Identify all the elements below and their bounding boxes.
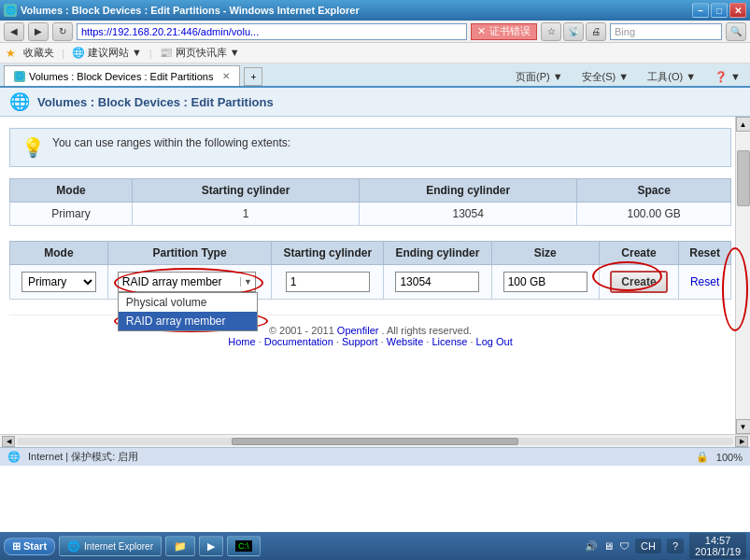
start-button[interactable]: ⊞ Start: [4, 538, 55, 555]
favorites-label[interactable]: 收藏夹: [23, 46, 54, 60]
form-col-start-cyl: Starting cylinder: [272, 242, 384, 265]
web-accelerator-button[interactable]: 📰 网页快讯库 ▼: [160, 46, 240, 60]
col-mode: Mode: [10, 179, 133, 203]
tools-menu[interactable]: 工具(O) ▼: [642, 68, 701, 86]
date-display: 2018/1/19: [695, 546, 741, 557]
divider: |: [62, 48, 64, 59]
hscroll-left-btn[interactable]: ◀: [2, 436, 15, 447]
active-tab[interactable]: 🌐 Volumes : Block Devices : Edit Partiti…: [4, 65, 240, 86]
scrollbar[interactable]: ▲ ▼: [735, 117, 750, 434]
form-size-cell: [491, 265, 599, 300]
option-physical-volume[interactable]: Physical volume: [119, 293, 257, 312]
hscroll-thumb[interactable]: [232, 438, 518, 445]
form-col-partition-type: Partition Type: [107, 242, 271, 265]
status-text: Internet | 保护模式: 启用: [28, 450, 138, 464]
col-end-cyl: Ending cylinder: [360, 179, 577, 203]
size-input[interactable]: [503, 272, 587, 292]
network-icon: 🖥: [603, 540, 614, 552]
page-menu[interactable]: 页面(P) ▼: [510, 68, 569, 86]
status-bar: 🌐 Internet | 保护模式: 启用 🔒 100%: [0, 447, 750, 466]
zoom-level: 🔒: [696, 451, 709, 463]
minimize-button[interactable]: –: [692, 3, 709, 18]
explorer-icon: 📁: [174, 540, 187, 553]
reset-link[interactable]: Reset: [690, 275, 719, 288]
col-start-cyl: Starting cylinder: [132, 179, 359, 203]
taskbar-ie[interactable]: 🌐 Internet Explorer: [59, 536, 162, 556]
form-table: Mode Partition Type Starting cylinder En…: [9, 241, 731, 300]
taskbar-right: 🔊 🖥 🛡 CH ? 14:57 2018/1/19: [585, 533, 746, 559]
page-title: Volumes : Block Devices : Edit Partition…: [37, 95, 274, 109]
antivirus-icon: 🛡: [619, 540, 630, 552]
form-start-cyl-cell: [272, 265, 384, 300]
language-indicator[interactable]: CH: [635, 539, 661, 553]
clock: 14:57 2018/1/19: [689, 533, 746, 559]
cell-end-cyl: 13054: [360, 203, 577, 226]
cell-start-cyl: 1: [132, 203, 359, 226]
help-menu[interactable]: ❓ ▼: [709, 69, 746, 85]
horizontal-scrollbar[interactable]: ◀ ▶: [0, 434, 750, 447]
favorites-add-button[interactable]: 🌐 建议网站 ▼: [72, 46, 142, 60]
tab-bar-right-controls: 页面(P) ▼ 安全(S) ▼ 工具(O) ▼ ❓ ▼: [510, 68, 746, 86]
taskbar-media[interactable]: ▶: [199, 536, 223, 556]
address-field[interactable]: https://192.168.20.21:446/admin/volu...: [77, 23, 467, 40]
close-button[interactable]: ✕: [729, 3, 746, 18]
restore-button[interactable]: □: [711, 3, 728, 18]
taskbar-explorer[interactable]: 📁: [165, 536, 195, 556]
forward-button[interactable]: ▶: [28, 22, 49, 41]
search-button[interactable]: 🔍: [726, 22, 746, 41]
cmd-icon: C:\: [235, 540, 252, 552]
ending-cylinder-input[interactable]: [395, 272, 479, 292]
scrollbar-up-button[interactable]: ▲: [736, 117, 751, 132]
info-box: 💡 You can use ranges within the followin…: [9, 128, 731, 167]
ie-icon: 🌐: [67, 540, 80, 553]
form-create-cell: Create: [599, 265, 678, 300]
new-tab-button[interactable]: +: [244, 67, 262, 86]
help-indicator[interactable]: ?: [667, 539, 684, 553]
favorites-bar: ★ 收藏夹 | 🌐 建议网站 ▼ | 📰 网页快讯库 ▼: [0, 43, 750, 63]
window-controls: – □ ✕: [692, 3, 746, 18]
footer-license-link[interactable]: License: [432, 336, 467, 347]
mode-select[interactable]: Primary Extended Logical: [21, 272, 96, 292]
form-col-reset: Reset: [679, 242, 731, 265]
address-bar: ◀ ▶ ↻ https://192.168.20.21:446/admin/vo…: [0, 21, 750, 43]
windows-icon: ⊞: [12, 540, 21, 553]
dropdown-arrow-icon: ▼: [240, 277, 255, 287]
option-raid-array-member[interactable]: RAID array member: [119, 312, 257, 330]
window-title: Volumes : Block Devices : Edit Partition…: [21, 5, 360, 16]
partition-type-popup: Physical volume RAID array member: [118, 292, 258, 331]
create-button[interactable]: Create: [610, 271, 667, 293]
refresh-button[interactable]: ↻: [52, 22, 73, 41]
tab-close-icon[interactable]: ✕: [222, 71, 230, 81]
lightbulb-icon: 💡: [21, 136, 45, 159]
rss-button[interactable]: 📡: [563, 22, 584, 41]
openfiler-link[interactable]: Openfiler: [337, 325, 379, 336]
ranges-table: Mode Starting cylinder Ending cylinder S…: [9, 178, 731, 226]
back-button[interactable]: ◀: [4, 22, 24, 41]
cert-error-badge[interactable]: ✕ 证书错误: [471, 23, 537, 40]
print-button[interactable]: 🖨: [586, 22, 606, 41]
scrollbar-thumb[interactable]: [737, 150, 750, 206]
cell-mode: Primary: [10, 203, 133, 226]
footer-website-link[interactable]: Website: [387, 336, 424, 347]
footer-documentation-link[interactable]: Documentation: [264, 336, 333, 347]
nav-extra-buttons: ☆ 📡 🖨: [541, 22, 606, 41]
taskbar-cmd[interactable]: C:\: [227, 536, 261, 556]
hscroll-right-btn[interactable]: ▶: [735, 436, 748, 447]
footer-logout-link[interactable]: Log Out: [476, 336, 513, 347]
partition-type-display[interactable]: RAID array member ▼: [118, 272, 256, 292]
footer-support-link[interactable]: Support: [342, 336, 378, 347]
main-content: 💡 You can use ranges within the followin…: [0, 117, 750, 434]
starting-cylinder-input[interactable]: [286, 272, 370, 292]
info-text: You can use ranges within the following …: [52, 136, 290, 149]
partition-type-dropdown-container: RAID array member ▼ Physical volume RAID…: [118, 272, 256, 292]
form-col-size: Size: [491, 242, 599, 265]
favorites-star-button[interactable]: ☆: [541, 22, 561, 41]
security-menu[interactable]: 安全(S) ▼: [576, 68, 635, 86]
search-field[interactable]: Bing: [610, 23, 722, 40]
hscroll-track: [17, 438, 733, 445]
star-icon: ★: [6, 47, 16, 60]
status-icon: 🌐: [7, 451, 21, 463]
footer-home-link[interactable]: Home: [228, 336, 255, 347]
form-row: Primary Extended Logical RAID array memb…: [10, 265, 731, 300]
scrollbar-down-button[interactable]: ▼: [736, 419, 751, 434]
